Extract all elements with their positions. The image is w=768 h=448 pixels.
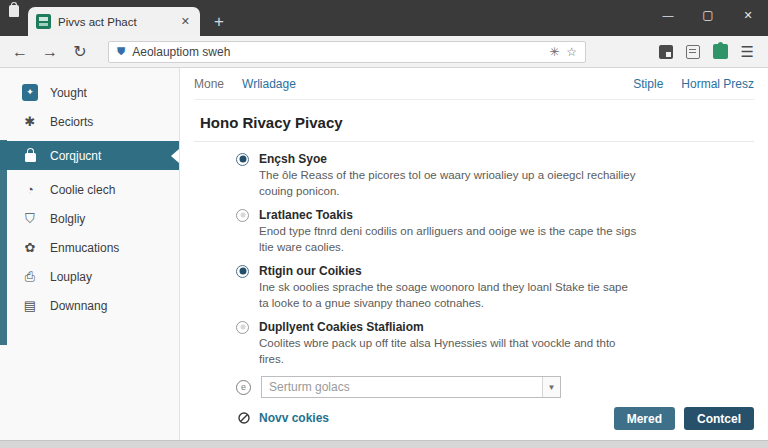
browser-window: Pivvs act Phact ✕ + — ▢ ✕ ← → ↻ ⛊ Aeolau… xyxy=(0,0,768,448)
option-description: Ine sk ooolies sprache the soage woonoro… xyxy=(259,280,639,311)
extension-icon-3[interactable] xyxy=(713,44,728,59)
radio-button[interactable] xyxy=(236,209,249,222)
option-rtigin-our-coikies: Rtigin our Coikies Ine sk ooolies sprach… xyxy=(236,264,754,311)
settings-content: Mone Wrliadage Stiple Hormal Presz Hono … xyxy=(180,68,768,440)
option-label[interactable]: Dupllyent Coakies Stafliaiom xyxy=(259,320,424,334)
sidebar-accent-strip xyxy=(0,140,7,345)
option-label[interactable]: Rtigin our Coikies xyxy=(259,264,362,278)
page-title: Hono Rivacy Pivacy xyxy=(200,114,754,131)
reload-icon[interactable]: ↻ xyxy=(70,42,90,61)
menu-icon[interactable]: ☰ xyxy=(741,43,754,61)
nav-link-stiple[interactable]: Stiple xyxy=(633,77,663,91)
briefcase-icon: ⎙ xyxy=(22,269,38,285)
window-controls: — ▢ ✕ xyxy=(648,0,768,30)
option-label[interactable]: Ençsh Syoe xyxy=(259,152,327,166)
close-button[interactable]: ✕ xyxy=(728,9,768,22)
sidebar-item-beciorts[interactable]: ✱ Beciorts xyxy=(0,107,179,136)
tab-close-icon[interactable]: ✕ xyxy=(179,15,192,28)
new-cookies-link[interactable]: Novv cokies xyxy=(259,411,329,425)
sidebar-item-label: Coolie clech xyxy=(50,183,115,197)
content-nav: Mone Wrliadage Stiple Hormal Presz xyxy=(194,68,754,100)
circle-e-icon: e xyxy=(236,380,251,395)
minimize-button[interactable]: — xyxy=(648,9,688,21)
tab-favicon-icon xyxy=(36,14,51,29)
sidebar-item-label: Downnang xyxy=(50,299,107,313)
option-encsh-syoe: Ençsh Syoe The ôle Reass of the picores … xyxy=(236,152,754,199)
sidebar-item-corqjucnt[interactable]: Corqjucnt xyxy=(0,141,179,170)
new-tab-button[interactable]: + xyxy=(214,7,224,36)
sidebar-item-coolie-clech[interactable]: ◔ Coolie clech xyxy=(0,175,179,204)
app-icon xyxy=(22,85,38,101)
radio-button[interactable] xyxy=(236,153,249,166)
bottom-strip xyxy=(0,440,768,448)
sidebar-item-label: Enmucations xyxy=(50,241,119,255)
gear-icon: ✿ xyxy=(22,240,38,256)
sidebar-item-yought[interactable]: Yought xyxy=(0,78,179,107)
maximize-button[interactable]: ▢ xyxy=(688,8,728,22)
bookmark-star-icon[interactable]: ☆ xyxy=(566,45,577,59)
address-bar[interactable]: ⛊ Aeolauptiom sweh ✳ ☆ xyxy=(108,41,586,63)
cookie-options-group: Ençsh Syoe The ôle Reass of the picores … xyxy=(236,152,754,425)
browser-toolbar: ← → ↻ ⛊ Aeolauptiom sweh ✳ ☆ ☰ xyxy=(0,36,768,68)
lock-icon xyxy=(22,148,38,164)
title-bar: Pivvs act Phact ✕ + — ▢ ✕ xyxy=(0,0,768,36)
option-description: Coolites wbre pack up off tite alsa Hyne… xyxy=(259,336,639,367)
sidebar-item-louplay[interactable]: ⎙ Louplay xyxy=(0,262,179,291)
sidebar-item-bolgliy[interactable]: ⛉ Bolgliy xyxy=(0,204,179,233)
contcel-button[interactable]: Contcel xyxy=(684,407,754,430)
settings-sidebar: Yought ✱ Beciorts Corqjucnt ◔ Coolie cle… xyxy=(0,68,180,440)
nav-link-hormal-presz[interactable]: Hormal Presz xyxy=(681,77,754,91)
site-security-icon: ⛊ xyxy=(117,45,125,58)
star-icon: ✱ xyxy=(22,114,38,130)
sidebar-item-downnang[interactable]: ▤ Downnang xyxy=(0,291,179,320)
sidebar-item-label: Corqjucnt xyxy=(50,149,101,163)
cookie-select[interactable]: Serturm golacs ▼ xyxy=(261,376,561,398)
url-text[interactable]: Aeolauptiom sweh xyxy=(132,45,542,59)
select-placeholder: Serturm golacs xyxy=(262,380,542,394)
forward-icon[interactable]: → xyxy=(40,43,60,61)
browser-tab[interactable]: Pivvs act Phact ✕ xyxy=(28,7,200,36)
title-divider xyxy=(194,141,754,142)
sidebar-item-enmucations[interactable]: ✿ Enmucations xyxy=(0,233,179,262)
option-lratlanec-toakis: Lratlanec Toakis Enod type ftnrd deni co… xyxy=(236,208,754,255)
option-dupllyent-coakies: Dupllyent Coakies Stafliaiom Coolites wb… xyxy=(236,320,754,367)
chevron-down-icon[interactable]: ▼ xyxy=(542,377,560,397)
main-area: Yought ✱ Beciorts Corqjucnt ◔ Coolie cle… xyxy=(0,68,768,440)
option-description: Enod type ftnrd deni codilis on arlligue… xyxy=(259,224,639,255)
dropdown-row: e Serturm golacs ▼ xyxy=(236,376,754,398)
tab-title: Pivvs act Phact xyxy=(58,16,172,28)
radio-button[interactable] xyxy=(236,321,249,334)
sidebar-item-label: Beciorts xyxy=(50,115,93,129)
extension-area: ☰ xyxy=(659,43,758,61)
sidebar-item-label: Louplay xyxy=(50,270,92,284)
extension-icon-1[interactable] xyxy=(659,45,673,59)
sidebar-item-label: Yought xyxy=(50,86,87,100)
window-badge-icon xyxy=(9,5,19,17)
radio-button[interactable] xyxy=(236,265,249,278)
page-action-icon[interactable]: ✳ xyxy=(549,45,559,59)
window-icon: ▤ xyxy=(22,298,38,314)
option-description: The ôle Reass of the picores tol oe waar… xyxy=(259,168,639,199)
extension-icon-2[interactable] xyxy=(686,45,700,59)
sidebar-item-label: Bolgliy xyxy=(50,212,85,226)
nav-item-wrliadage[interactable]: Wrliadage xyxy=(242,77,296,91)
back-icon[interactable]: ← xyxy=(10,43,30,61)
nav-item-mone[interactable]: Mone xyxy=(194,77,224,91)
footer-buttons: Mered Contcel xyxy=(614,407,754,430)
blocked-circle-icon xyxy=(238,412,250,424)
clock-icon: ◔ xyxy=(22,182,38,198)
shield-icon: ⛉ xyxy=(22,211,38,227)
mered-button[interactable]: Mered xyxy=(614,407,675,430)
option-label[interactable]: Lratlanec Toakis xyxy=(259,208,353,222)
